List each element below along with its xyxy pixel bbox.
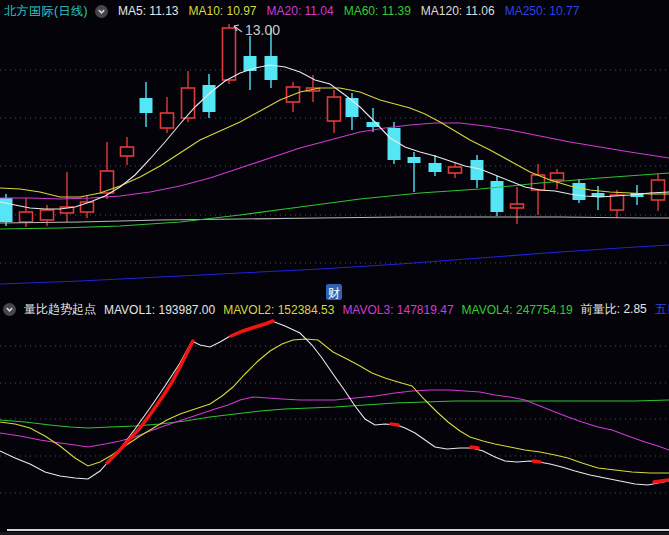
candlestick-panel[interactable]: 13.00财 [0, 22, 669, 300]
mavol2-value: MAVOL2: 152384.53 [223, 303, 334, 317]
horizontal-scrollbar[interactable] [7, 529, 669, 531]
ma20-value: MA20: 11.04 [267, 4, 334, 18]
chevron-down-icon [5, 305, 14, 314]
indicator-name[interactable]: 量比趋势起点 [24, 301, 96, 318]
collapse-panel2-icon[interactable] [3, 303, 16, 316]
chart-canvas[interactable]: 13.00财 [0, 0, 669, 535]
ma250-value: MA250: 10.77 [505, 4, 580, 18]
mavol4-value: MAVOL4: 247754.19 [462, 303, 573, 317]
stock-title[interactable]: 北方国际(日线) [4, 3, 88, 20]
collapse-panel1-icon[interactable] [95, 5, 108, 18]
svg-text:13.00: 13.00 [245, 22, 280, 38]
mavol3-value: MAVOL3: 147819.47 [342, 303, 453, 317]
indicator-header: 量比趋势起点 MAVOL1: 193987.00 MAVOL2: 152384.… [0, 301, 669, 318]
ma60-value: MA60: 11.39 [344, 4, 411, 18]
main-chart-header: 北方国际(日线) MA5: 11.13 MA10: 10.97 MA20: 11… [0, 0, 669, 22]
stock-app-window: 13.00财 北方国际(日线) MA5: 11.13 MA10: 10.97 M… [0, 0, 669, 535]
ma120-value: MA120: 11.06 [421, 4, 495, 18]
ma10-value: MA10: 10.97 [188, 4, 256, 18]
volume-ratio-panel[interactable] [0, 321, 669, 493]
ma5-value: MA5: 11.13 [118, 4, 178, 18]
svg-text:财: 财 [328, 286, 340, 300]
five-day-link[interactable]: 五日 [655, 301, 669, 318]
chevron-down-icon [97, 7, 106, 16]
mavol1-value: MAVOL1: 193987.00 [104, 303, 215, 317]
pre-volume-ratio: 前量比: 2.85 [581, 301, 647, 318]
